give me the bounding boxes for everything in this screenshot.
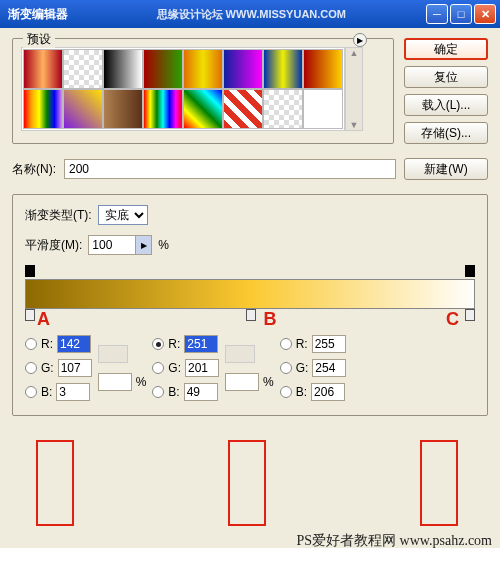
preset-swatch[interactable] — [263, 49, 303, 89]
name-input[interactable] — [64, 159, 396, 179]
highlight-box-b — [228, 440, 266, 526]
annotation-b: B — [264, 309, 277, 330]
maximize-button[interactable]: □ — [450, 4, 472, 24]
preset-swatch[interactable] — [63, 49, 103, 89]
b-b-input[interactable] — [184, 383, 218, 401]
radio-g-a[interactable] — [25, 362, 37, 374]
preset-swatch[interactable] — [223, 49, 263, 89]
preset-swatch[interactable] — [303, 89, 343, 129]
rgb-col-a: R: G: B: — [25, 335, 92, 401]
gradient-group: 渐变类型(T): 实底 平滑度(M): ▶ % A B C — [12, 194, 488, 416]
gradient-type-select[interactable]: 实底 — [98, 205, 148, 225]
mid-col-2: % — [225, 335, 274, 401]
opacity-stop-left[interactable] — [25, 265, 35, 277]
titlebar: 渐变编辑器 思缘设计论坛 WWW.MISSYUAN.COM ─ □ ✕ — [0, 0, 500, 28]
g-c-input[interactable] — [312, 359, 346, 377]
preset-swatch[interactable] — [143, 89, 183, 129]
opacity-stop-right[interactable] — [465, 265, 475, 277]
radio-r-c[interactable] — [280, 338, 292, 350]
close-button[interactable]: ✕ — [474, 4, 496, 24]
preset-swatch[interactable] — [303, 49, 343, 89]
radio-b-b[interactable] — [152, 386, 164, 398]
radio-r-b[interactable] — [152, 338, 164, 350]
scroll-down-icon[interactable]: ▼ — [350, 120, 359, 130]
g-b-input[interactable] — [185, 359, 219, 377]
radio-g-c[interactable] — [280, 362, 292, 374]
r-b-input[interactable] — [184, 335, 218, 353]
preset-swatch[interactable] — [263, 89, 303, 129]
r-c-input[interactable] — [312, 335, 346, 353]
preset-swatch[interactable] — [23, 89, 63, 129]
radio-b-a[interactable] — [25, 386, 37, 398]
radio-r-a[interactable] — [25, 338, 37, 350]
preset-swatch[interactable] — [103, 89, 143, 129]
presets-group: 预设 ▶ ▲ ▼ — [12, 38, 394, 144]
name-row: 名称(N): 新建(W) — [12, 158, 488, 180]
button-column: 确定 复位 载入(L)... 存储(S)... — [404, 38, 488, 144]
mid-pct-1[interactable] — [98, 373, 132, 391]
gradient-track: A B C — [25, 265, 475, 325]
ok-button[interactable]: 确定 — [404, 38, 488, 60]
highlight-box-a — [36, 440, 74, 526]
rgb-panel: R: G: B: % R: G: B: % R: G: B: — [25, 335, 475, 401]
minimize-button[interactable]: ─ — [426, 4, 448, 24]
radio-b-c[interactable] — [280, 386, 292, 398]
mid-slider-1[interactable] — [98, 345, 128, 363]
mid-pct-2[interactable] — [225, 373, 259, 391]
titlebar-watermark: 思缘设计论坛 WWW.MISSYUAN.COM — [157, 7, 346, 22]
content-area: 预设 ▶ ▲ ▼ 确定 复位 载入(L)... 存储(S)... 名称(N): … — [0, 28, 500, 548]
load-button[interactable]: 载入(L)... — [404, 94, 488, 116]
highlight-box-c — [420, 440, 458, 526]
spinner-arrow-icon[interactable]: ▶ — [135, 236, 151, 254]
new-button[interactable]: 新建(W) — [404, 158, 488, 180]
scroll-up-icon[interactable]: ▲ — [350, 48, 359, 58]
preset-swatch[interactable] — [23, 49, 63, 89]
b-c-input[interactable] — [311, 383, 345, 401]
presets-menu-button[interactable]: ▶ — [353, 33, 367, 47]
radio-g-b[interactable] — [152, 362, 164, 374]
reset-button[interactable]: 复位 — [404, 66, 488, 88]
color-stop-c[interactable] — [465, 309, 475, 321]
preset-swatch[interactable] — [143, 49, 183, 89]
gradient-type-label: 渐变类型(T): — [25, 207, 92, 224]
annotation-a: A — [37, 309, 50, 330]
r-a-input[interactable] — [57, 335, 91, 353]
preset-swatch[interactable] — [223, 89, 263, 129]
preset-swatch[interactable] — [183, 49, 223, 89]
preset-thumbnails — [21, 47, 345, 131]
smoothness-input[interactable] — [89, 236, 135, 254]
smoothness-unit: % — [158, 238, 169, 252]
smoothness-spinner[interactable]: ▶ — [88, 235, 152, 255]
window-title: 渐变编辑器 — [4, 6, 157, 23]
annotation-c: C — [446, 309, 459, 330]
name-label: 名称(N): — [12, 161, 56, 178]
rgb-col-b: R: G: B: — [152, 335, 219, 401]
rgb-col-c: R: G: B: — [280, 335, 347, 401]
color-stop-a[interactable] — [25, 309, 35, 321]
presets-label: 预设 — [23, 31, 55, 48]
color-stop-b[interactable] — [246, 309, 256, 321]
save-button[interactable]: 存储(S)... — [404, 122, 488, 144]
preset-swatch[interactable] — [183, 89, 223, 129]
mid-col-1: % — [98, 335, 147, 401]
smoothness-label: 平滑度(M): — [25, 237, 82, 254]
g-a-input[interactable] — [58, 359, 92, 377]
window-buttons: ─ □ ✕ — [426, 4, 496, 24]
footer-watermark: PS爱好者教程网 www.psahz.com — [297, 532, 492, 550]
b-a-input[interactable] — [56, 383, 90, 401]
gradient-bar[interactable] — [25, 279, 475, 309]
mid-slider-2[interactable] — [225, 345, 255, 363]
preset-swatch[interactable] — [63, 89, 103, 129]
presets-scrollbar[interactable]: ▲ ▼ — [345, 47, 363, 131]
preset-swatch[interactable] — [103, 49, 143, 89]
